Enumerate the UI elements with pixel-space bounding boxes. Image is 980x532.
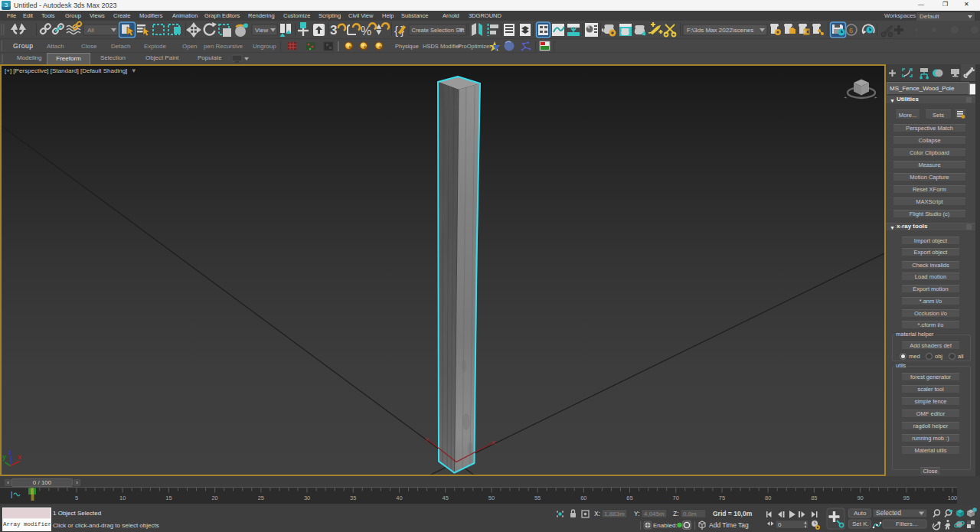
svg-text:Add Time Tag: Add Time Tag (709, 521, 749, 529)
svg-text:100: 100 (948, 494, 958, 501)
svg-text:{: { (394, 24, 398, 37)
svg-text:Open: Open (182, 43, 198, 50)
svg-text:5: 5 (75, 494, 78, 501)
svg-text:z: z (8, 449, 11, 456)
svg-text:Auto: Auto (854, 510, 867, 517)
svg-text:6: 6 (849, 27, 853, 34)
svg-text:75: 75 (719, 494, 725, 501)
svg-text:3: 3 (5, 2, 8, 8)
svg-text:4,045m: 4,045m (644, 511, 665, 517)
svg-text:80: 80 (765, 494, 771, 501)
svg-text:X: X (492, 439, 496, 446)
svg-text:Detach: Detach (111, 43, 130, 50)
svg-text:Group: Group (13, 42, 34, 50)
svg-text:30: 30 (304, 494, 310, 501)
svg-text:70: 70 (673, 494, 679, 501)
svg-text:Grid = 10,0m: Grid = 10,0m (713, 510, 753, 517)
svg-text:25: 25 (258, 494, 264, 501)
svg-text:|: | (11, 491, 12, 498)
svg-text:pen Recursive: pen Recursive (204, 43, 243, 50)
svg-text:Z:: Z: (673, 510, 679, 517)
svg-text:Filters...: Filters... (896, 521, 917, 527)
svg-text:20: 20 (211, 494, 217, 501)
svg-text:ProOptimizer: ProOptimizer (458, 43, 492, 50)
svg-text:0: 0 (778, 521, 782, 528)
svg-text:Explode: Explode (144, 43, 166, 50)
svg-text:Selected: Selected (876, 509, 901, 517)
svg-text:40: 40 (396, 494, 402, 501)
svg-text:65: 65 (626, 494, 632, 501)
svg-text:35: 35 (350, 494, 356, 501)
svg-text:Enabled:: Enabled: (653, 522, 678, 529)
svg-text:Close: Close (81, 43, 97, 50)
svg-text:90: 90 (857, 494, 863, 501)
svg-text:HSDS Modifier: HSDS Modifier (423, 43, 461, 50)
svg-text:50: 50 (488, 494, 495, 501)
svg-text:Attach: Attach (47, 43, 64, 50)
svg-text:3: 3 (330, 23, 337, 38)
svg-text:Physique: Physique (395, 43, 419, 50)
svg-text:View: View (255, 27, 268, 34)
svg-text:1,883m: 1,883m (604, 511, 625, 517)
svg-text:Ungroup: Ungroup (253, 43, 276, 50)
svg-text:95: 95 (903, 494, 910, 501)
svg-text:Set K.: Set K. (852, 521, 869, 527)
svg-text:Create Selection Set: Create Selection Set (412, 27, 466, 34)
svg-text:85: 85 (811, 494, 817, 501)
svg-text:F:\3ds Max 2022\scenes: F:\3ds Max 2022\scenes (687, 27, 753, 34)
svg-text:y: y (2, 453, 6, 461)
svg-text:15: 15 (165, 494, 172, 501)
svg-text:45: 45 (443, 494, 449, 501)
svg-text:55: 55 (534, 494, 541, 501)
svg-text:60: 60 (580, 494, 586, 501)
svg-text:10: 10 (119, 494, 126, 501)
svg-text:x: x (18, 453, 21, 461)
svg-text:Y: Y (425, 436, 430, 443)
svg-text:Y:: Y: (634, 510, 640, 517)
svg-text:0,0m: 0,0m (683, 511, 697, 517)
svg-text:X:: X: (594, 510, 600, 517)
svg-text:All: All (87, 27, 94, 34)
